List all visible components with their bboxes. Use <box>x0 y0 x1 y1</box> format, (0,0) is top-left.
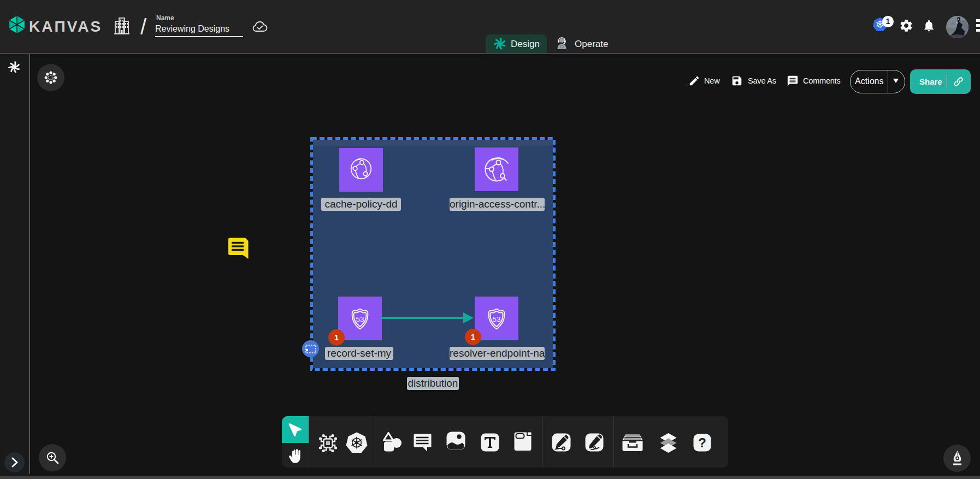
svg-text:53: 53 <box>492 315 500 323</box>
svg-text:53: 53 <box>356 315 364 323</box>
svg-text:?: ? <box>698 435 706 450</box>
